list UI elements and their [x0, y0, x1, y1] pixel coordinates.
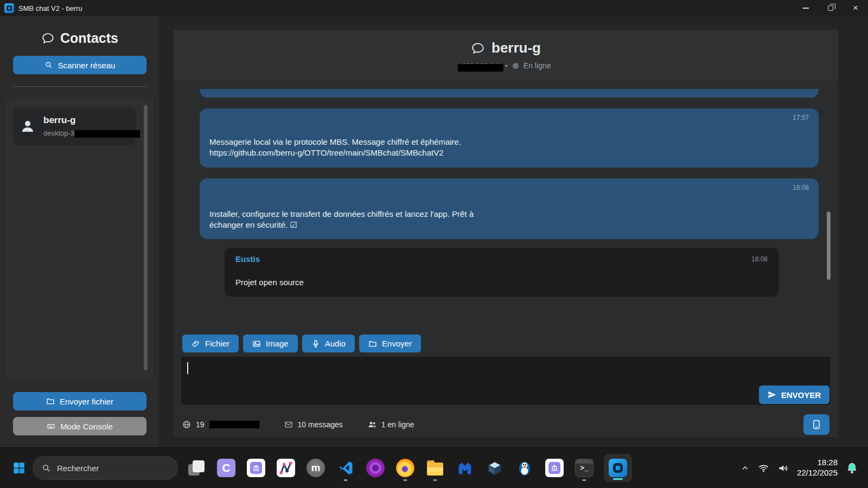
chat-scrollbar[interactable]	[827, 211, 831, 280]
message-bubble-sent: 17:57 Messagerie local via le protocole …	[200, 108, 819, 168]
contact-list: berru-g desktop-3	[5, 98, 154, 378]
message-text: Projet open source	[235, 278, 768, 287]
penguin-icon	[516, 460, 533, 476]
contact-list-scrollbar[interactable]	[144, 105, 148, 370]
sidebar-title: Contacts	[0, 30, 159, 46]
taskbar-app-molecule[interactable]	[276, 454, 296, 482]
statusbar-message-count: 10 messages	[284, 420, 343, 429]
taskbar-app-malwarebytes[interactable]	[455, 454, 475, 482]
message-text: Installer, configurez le transfert de do…	[209, 209, 809, 231]
maximize-icon[interactable]	[818, 0, 843, 16]
taskbar-app-smb-chat-active[interactable]	[604, 454, 631, 481]
contact-item[interactable]: berru-g desktop-3	[13, 107, 136, 145]
status-dot	[513, 63, 519, 69]
taskbar-app-penguin[interactable]	[515, 454, 534, 482]
chat-header: berru-g 192.168.1.1 • En ligne	[174, 30, 838, 80]
scan-network-button[interactable]: Scanner réseau	[13, 56, 146, 74]
peer-ip: 192.168.1.1	[461, 62, 501, 70]
taskbar-app-file-explorer[interactable]	[425, 454, 445, 482]
volume-icon[interactable]	[777, 463, 789, 474]
separator-dot: •	[505, 62, 508, 70]
molecule-icon	[279, 461, 293, 475]
taskbar-app-vscode[interactable]	[336, 454, 355, 482]
taskbar-app-tor[interactable]	[366, 454, 385, 482]
online-status: En ligne	[524, 61, 551, 70]
record-audio-button[interactable]: Audio	[302, 335, 355, 352]
chevron-up-icon[interactable]	[741, 464, 750, 473]
composer: Fichier Image Audio	[174, 327, 838, 404]
chat-area: berru-g 192.168.1.1 • En ligne 17:57	[160, 16, 868, 447]
taskbar-app-terminal[interactable]: >_	[575, 454, 594, 482]
globe-icon	[182, 420, 191, 429]
contact-device: desktop-3	[43, 129, 140, 138]
active-indicator	[613, 478, 623, 480]
attach-image-button[interactable]: Image	[243, 335, 298, 352]
taskbar-app-bank-chat[interactable]	[246, 454, 266, 482]
taskbar-app-firefox[interactable]	[395, 454, 415, 482]
taskbar-app-bank-chat-2[interactable]	[545, 454, 564, 482]
virtualbox-icon	[487, 460, 503, 476]
paperclip-icon	[192, 339, 200, 348]
microphone-icon	[311, 339, 320, 348]
taskbar-app-task-view[interactable]	[187, 454, 206, 482]
message-input[interactable]: ENVOYER	[181, 357, 830, 404]
message-sender: Eustis	[235, 254, 260, 264]
start-button[interactable]	[8, 455, 30, 480]
search-icon	[44, 61, 53, 69]
tray-date: 22/12/2025	[797, 468, 838, 478]
wifi-icon[interactable]	[758, 463, 769, 474]
vscode-icon	[337, 460, 354, 476]
app-logo-icon	[4, 3, 14, 13]
folder-icon	[46, 397, 55, 406]
running-indicator	[583, 479, 586, 481]
taskbar-app-virtualbox[interactable]	[485, 454, 505, 482]
redaction-bar	[209, 421, 259, 428]
clock[interactable]: 18:28 22/12/2025	[797, 458, 838, 478]
message-time: 18:08	[209, 184, 809, 192]
close-icon[interactable]: ×	[843, 0, 868, 16]
attach-file-button[interactable]: Fichier	[182, 335, 239, 352]
system-tray: 18:28 22/12/2025	[741, 458, 860, 478]
message-list: 17:57 Messagerie local via le protocole …	[174, 80, 838, 327]
statusbar-ip: 19	[182, 420, 259, 429]
text-caret	[187, 362, 188, 374]
send-file-button[interactable]: Envoyer fichier	[13, 392, 146, 410]
taskbar: Rechercher C m	[0, 447, 868, 488]
running-indicator	[344, 479, 348, 481]
malwarebytes-icon	[457, 460, 473, 476]
tray-time: 18:28	[797, 458, 838, 468]
taskbar-app-c-app[interactable]: C	[216, 454, 236, 482]
message-bubble-sent: 18:08 Installer, configurez le transfert…	[200, 178, 819, 240]
message-time: 17:57	[209, 114, 809, 123]
redaction-bar	[75, 130, 140, 138]
bank-icon	[252, 464, 260, 472]
sidebar-divider	[13, 86, 146, 87]
message-bubble-truncated	[200, 89, 819, 98]
taskbar-app-mastodon[interactable]: m	[306, 454, 326, 482]
send-folder-button[interactable]: Envoyer	[359, 335, 421, 352]
image-icon	[252, 339, 261, 348]
mobile-sync-button[interactable]	[803, 414, 829, 435]
message-time: 18:08	[751, 255, 768, 263]
contact-name: berru-g	[43, 115, 140, 126]
send-message-button[interactable]: ENVOYER	[759, 386, 829, 404]
envelope-icon	[284, 420, 293, 429]
users-icon	[368, 420, 376, 429]
mobile-device-icon	[811, 419, 822, 430]
user-icon	[20, 118, 36, 134]
folder-icon	[368, 339, 377, 348]
titlebar: SMB chat V2 - berru ×	[0, 0, 868, 16]
window-controls: ×	[793, 0, 868, 16]
statusbar-online-count: 1 en ligne	[368, 420, 414, 429]
chat-bubble-icon	[41, 31, 55, 45]
chat-bubble-icon	[471, 41, 485, 55]
minimize-icon[interactable]	[793, 0, 818, 16]
send-arrow-icon	[768, 390, 776, 399]
taskbar-search[interactable]: Rechercher	[33, 456, 178, 480]
composer-toolbar: Fichier Image Audio	[182, 335, 830, 352]
running-indicator	[433, 479, 437, 481]
chat-statusbar: 19 10 messages 1 en ligne	[174, 412, 838, 437]
chat-subheader: 192.168.1.1 • En ligne	[461, 61, 551, 70]
bell-icon[interactable]	[846, 462, 858, 474]
console-mode-button[interactable]: Mode Console	[13, 417, 146, 435]
